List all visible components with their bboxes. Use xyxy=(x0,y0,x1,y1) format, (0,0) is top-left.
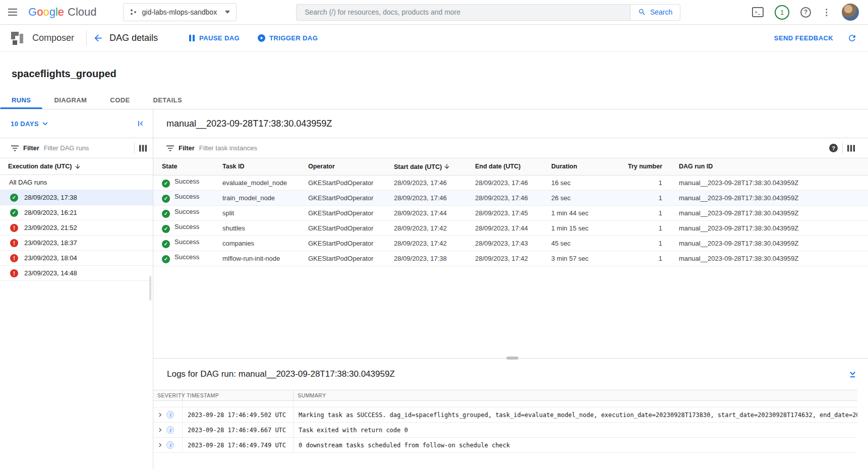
info-icon: i xyxy=(166,426,174,434)
collapse-panel-icon[interactable] xyxy=(136,119,145,128)
info-icon: i xyxy=(166,411,174,419)
log-row[interactable]: i 2023-09-28 17:46:49.667 UTC Task exite… xyxy=(153,423,857,438)
execution-date-label: Execution date (UTC) xyxy=(8,163,72,170)
task-instances-filter-input[interactable] xyxy=(199,144,825,152)
tab[interactable]: DIAGRAM xyxy=(42,91,98,109)
task-dag-run-id: manual__2023-09-28T17:38:30.043959Z xyxy=(679,236,868,251)
tab[interactable]: DETAILS xyxy=(142,91,194,109)
task-column-header[interactable]: Try number xyxy=(628,158,679,175)
expand-row-icon[interactable] xyxy=(157,427,163,433)
execution-date-column-header[interactable]: Execution date (UTC) xyxy=(0,158,153,175)
task-duration: 3 min 57 sec xyxy=(551,251,628,266)
tab-label: DIAGRAM xyxy=(54,96,87,104)
notifications-badge[interactable]: 1 xyxy=(775,5,789,20)
task-column-header[interactable]: End date (UTC) xyxy=(475,158,551,175)
task-row[interactable]: ✓Success companies GKEStartPodOperator 2… xyxy=(153,236,868,251)
date-range-selector[interactable]: 10 DAYS xyxy=(11,120,48,128)
tab[interactable]: CODE xyxy=(98,91,141,109)
task-column-header[interactable]: DAG run ID xyxy=(679,158,868,175)
user-avatar[interactable] xyxy=(842,4,859,21)
log-timestamp: 2023-09-28 17:46:49.502 UTC xyxy=(183,407,294,422)
task-row[interactable]: ✓Success shuttles GKEStartPodOperator 28… xyxy=(153,220,868,236)
log-severity-cell: i xyxy=(153,438,183,452)
task-state: Success xyxy=(175,238,199,246)
task-column-header[interactable]: State xyxy=(153,158,222,175)
task-column-header[interactable]: Start date (UTC) xyxy=(394,158,475,175)
search-input[interactable] xyxy=(296,4,630,21)
task-row[interactable]: ✓Success split GKEStartPodOperator 28/09… xyxy=(153,205,868,220)
run-date: 28/09/2023, 17:38 xyxy=(24,194,77,201)
dag-run-item[interactable]: ✓ 28/09/2023, 17:38 xyxy=(0,190,153,205)
task-row[interactable]: ✓Success mlflow-run-init-node GKEStartPo… xyxy=(153,251,868,266)
trigger-dag-button[interactable]: TRIGGER DAG xyxy=(258,34,318,42)
column-selector-icon[interactable] xyxy=(139,145,147,152)
log-row[interactable]: i 2023-09-28 17:46:49.502 UTC Marking ta… xyxy=(153,407,857,423)
task-try-number: 1 xyxy=(628,220,679,236)
logs-table: SEVERITYTIMESTAMPSUMMARY i 2023-09-28 17… xyxy=(153,390,857,453)
refresh-icon[interactable] xyxy=(847,33,857,43)
menu-icon[interactable] xyxy=(8,9,17,16)
google-logo-word: Google xyxy=(28,6,64,19)
send-feedback-button[interactable]: SEND FEEDBACK xyxy=(774,34,833,42)
log-column-label: SUMMARY xyxy=(298,392,326,398)
task-end-date: 28/09/2023, 17:43 xyxy=(475,236,551,251)
column-label: Operator xyxy=(308,163,335,170)
sort-descending-icon xyxy=(443,163,450,170)
project-selector[interactable]: gid-labs-mlops-sandbox xyxy=(123,3,237,21)
task-filter-row: Filter ? xyxy=(153,138,868,158)
task-row[interactable]: ✓Success evaluate_model_node GKEStartPod… xyxy=(153,175,868,190)
collapse-logs-icon[interactable] xyxy=(848,370,857,379)
column-label: Duration xyxy=(551,163,577,170)
task-id: split xyxy=(222,205,308,220)
expand-row-icon[interactable] xyxy=(157,442,163,448)
help-filled-icon[interactable]: ? xyxy=(829,144,838,152)
dag-run-item[interactable]: ! 23/09/2023, 18:04 xyxy=(0,251,153,266)
dag-run-item[interactable]: ✓ 28/09/2023, 16:21 xyxy=(0,205,153,220)
dag-run-item[interactable]: ! 23/09/2023, 14:48 xyxy=(0,266,153,281)
run-date: 23/09/2023, 14:48 xyxy=(24,269,77,277)
task-column-header[interactable]: Duration xyxy=(551,158,628,175)
help-icon[interactable]: ? xyxy=(800,7,811,18)
all-dag-runs-item[interactable]: All DAG runs xyxy=(0,175,153,190)
task-start-date: 28/09/2023, 17:44 xyxy=(394,205,475,220)
content-area: 10 DAYS Filter Execution date (UTC) All … xyxy=(0,109,868,469)
drag-handle[interactable] xyxy=(506,357,518,360)
expand-row-icon[interactable] xyxy=(157,412,163,418)
task-dag-run-id: manual__2023-09-28T17:38:30.043959Z xyxy=(679,205,868,220)
task-end-date: 28/09/2023, 17:44 xyxy=(475,220,551,236)
logo-letter: e xyxy=(58,6,64,19)
search-button[interactable]: Search xyxy=(630,4,680,21)
google-cloud-logo[interactable]: Google Cloud xyxy=(28,6,97,19)
pause-dag-button[interactable]: PAUSE DAG xyxy=(189,34,240,42)
pause-icon xyxy=(189,35,195,41)
cloud-shell-icon[interactable]: >_ xyxy=(752,7,764,17)
dag-runs-filter-input[interactable] xyxy=(44,144,130,152)
task-duration: 1 min 44 sec xyxy=(551,205,628,220)
success-icon: ✓ xyxy=(162,240,170,248)
column-selector-icon[interactable] xyxy=(847,145,855,152)
log-column-label: TIMESTAMP xyxy=(187,392,219,398)
task-dag-run-id: manual__2023-09-28T17:38:30.043959Z xyxy=(679,251,868,266)
task-start-date: 28/09/2023, 17:42 xyxy=(394,220,475,236)
run-details-column: manual__2023-09-28T17:38:30.043959Z Filt… xyxy=(153,109,868,469)
task-row[interactable]: ✓Success train_model_node GKEStartPodOpe… xyxy=(153,190,868,205)
task-id: companies xyxy=(222,236,308,251)
pause-dag-label: PAUSE DAG xyxy=(199,34,240,42)
task-state: Success xyxy=(175,223,199,230)
task-id: evaluate_model_node xyxy=(222,175,308,190)
logo-letter: G xyxy=(28,6,37,19)
dropdown-arrow-icon xyxy=(225,11,230,14)
success-icon: ✓ xyxy=(162,255,170,263)
task-state: Success xyxy=(175,208,199,215)
overflow-menu-icon[interactable]: ⋮ xyxy=(822,8,831,17)
dag-run-item[interactable]: ! 23/09/2023, 18:37 xyxy=(0,236,153,251)
tab[interactable]: RUNS xyxy=(0,91,42,109)
run-date: 23/09/2023, 21:52 xyxy=(24,224,77,231)
back-arrow-icon[interactable] xyxy=(93,33,103,43)
scrollbar-thumb[interactable] xyxy=(149,276,151,301)
task-column-header[interactable]: Task ID xyxy=(222,158,308,175)
task-operator: GKEStartPodOperator xyxy=(308,175,394,190)
log-row[interactable]: i 2023-09-28 17:46:49.749 UTC 0 downstre… xyxy=(153,438,857,453)
dag-run-item[interactable]: ! 23/09/2023, 21:52 xyxy=(0,220,153,236)
task-column-header[interactable]: Operator xyxy=(308,158,394,175)
